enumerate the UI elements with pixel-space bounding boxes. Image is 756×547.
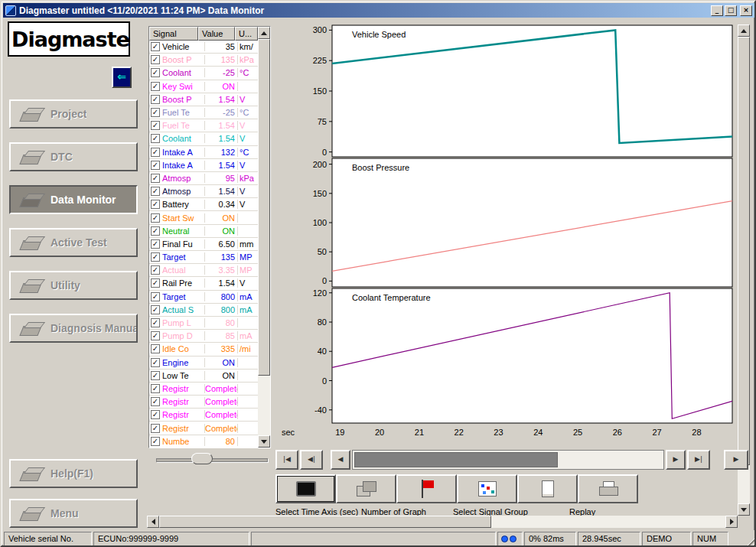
signal-checkbox[interactable]: ✓	[151, 148, 160, 157]
table-scroll-thumb[interactable]	[258, 39, 270, 376]
signal-checkbox[interactable]: ✓	[151, 384, 160, 393]
sidebar-item-utility[interactable]: Utility	[9, 271, 138, 300]
table-row[interactable]: ✓Numbe80	[149, 435, 258, 448]
table-row[interactable]: ✓Final Fu6.50mm	[149, 238, 258, 251]
signal-checkbox[interactable]: ✓	[151, 121, 160, 130]
signal-checkbox[interactable]: ✓	[151, 200, 160, 209]
table-row[interactable]: ✓Fuel Te-25°C	[149, 106, 258, 119]
signal-checkbox[interactable]: ✓	[151, 437, 160, 446]
table-row[interactable]: ✓Coolant1.54V	[149, 132, 258, 145]
go-end-button[interactable]: ▶	[724, 450, 748, 470]
graph-count-button[interactable]	[336, 474, 396, 503]
sidebar-item-dtc[interactable]: DTC	[9, 142, 138, 171]
play-forward-button[interactable]: ▶	[666, 450, 686, 470]
playback-scroll-thumb[interactable]	[354, 452, 558, 467]
table-row[interactable]: ✓Boost P1.54V	[149, 93, 258, 106]
table-row[interactable]: ✓Intake A1.54V	[149, 159, 258, 172]
sidebar-item-active-test[interactable]: Active Test	[9, 228, 138, 257]
time-axis-button[interactable]	[275, 474, 336, 503]
signal-checkbox[interactable]: ✓	[151, 226, 160, 236]
scroll-left-icon[interactable]	[147, 516, 159, 528]
minimize-button[interactable]: _	[711, 5, 723, 16]
sidebar-item-data-monitor[interactable]: Data Monitor	[9, 185, 138, 214]
sidebar-item-help-f1[interactable]: Help(F1)	[9, 459, 138, 488]
back-button[interactable]: ⇐	[112, 67, 132, 88]
signal-checkbox[interactable]: ✓	[151, 358, 160, 367]
signal-checkbox[interactable]: ✓	[151, 239, 160, 249]
table-row[interactable]: ✓Low TeON	[149, 370, 258, 383]
playback-scrollbar[interactable]	[352, 450, 664, 470]
table-row[interactable]: ✓Target135MP	[149, 251, 258, 264]
signal-checkbox[interactable]: ✓	[151, 344, 160, 353]
chart-scrollbar[interactable]	[738, 24, 750, 516]
resize-grip[interactable]	[745, 536, 755, 546]
sidebar-item-project[interactable]: Project	[9, 99, 138, 129]
table-row[interactable]: ✓Atmosp95kPa	[149, 172, 258, 185]
sidebar-item-menu[interactable]: Menu	[9, 499, 138, 528]
signal-checkbox[interactable]: ✓	[151, 174, 160, 183]
table-row[interactable]: ✓RegistrComplete	[149, 409, 258, 422]
column-header-value[interactable]: Value	[198, 27, 235, 41]
table-row[interactable]: ✓Coolant-25°C	[149, 67, 258, 80]
table-row[interactable]: ✓Actual3.35MP	[149, 264, 258, 277]
table-row[interactable]: ✓Battery0.34V	[149, 198, 258, 211]
signal-checkbox[interactable]: ✓	[151, 161, 160, 170]
table-row[interactable]: ✓Target800mA	[149, 291, 258, 304]
table-row[interactable]: ✓Atmosp1.54V	[149, 185, 258, 198]
signal-checkbox[interactable]: ✓	[151, 397, 160, 406]
signal-checkbox[interactable]: ✓	[151, 68, 160, 77]
column-header-signal[interactable]: Signal	[149, 27, 198, 41]
table-row[interactable]: ✓Start SwON	[149, 211, 258, 224]
signal-checkbox[interactable]: ✓	[151, 82, 160, 91]
signal-checkbox[interactable]: ✓	[151, 371, 160, 380]
signal-group-button[interactable]	[457, 474, 517, 503]
scroll-down-icon[interactable]	[258, 435, 270, 448]
table-row[interactable]: ✓Pump D85mA	[149, 330, 258, 343]
signal-checkbox[interactable]: ✓	[151, 108, 160, 117]
horizontal-scrollbar[interactable]	[147, 516, 738, 528]
go-start-button[interactable]: |◀	[275, 450, 298, 470]
signal-checkbox[interactable]: ✓	[151, 424, 160, 433]
table-row[interactable]: ✓Intake A132°C	[149, 146, 258, 159]
signal-checkbox[interactable]: ✓	[151, 292, 160, 301]
signal-checkbox[interactable]: ✓	[151, 134, 160, 143]
scroll-down-icon[interactable]	[738, 503, 750, 516]
table-row[interactable]: ✓RegistrComplete	[149, 422, 258, 435]
title-bar[interactable]: Diagmaster untitled <11/20/2021 11:24 PM…	[3, 3, 754, 18]
table-row[interactable]: ✓RegistrComplete	[149, 396, 258, 409]
signal-checkbox[interactable]: ✓	[151, 213, 160, 223]
close-button[interactable]: ×	[740, 5, 752, 16]
time-slider-handle[interactable]	[191, 453, 213, 464]
signal-checkbox[interactable]: ✓	[151, 187, 160, 196]
play-back-button[interactable]: ◀	[331, 450, 350, 470]
scroll-up-icon[interactable]	[738, 24, 750, 37]
signal-flag-button[interactable]	[396, 474, 457, 503]
table-row[interactable]: ✓Idle Co335/mi	[149, 343, 258, 356]
column-header-unit[interactable]: U...	[235, 27, 258, 41]
horizontal-scroll-thumb[interactable]	[159, 516, 491, 528]
signal-checkbox[interactable]: ✓	[151, 55, 160, 64]
print-button[interactable]	[578, 474, 638, 503]
table-row[interactable]: ✓Rail Pre1.54V	[149, 277, 258, 290]
table-scrollbar[interactable]	[258, 27, 270, 448]
table-row[interactable]: ✓EngineON	[149, 357, 258, 370]
signal-checkbox[interactable]: ✓	[151, 95, 160, 104]
chart-scroll-thumb[interactable]	[738, 37, 750, 465]
sidebar-item-diagnosis-manual[interactable]: Diagnosis Manual	[9, 314, 138, 343]
scroll-right-icon[interactable]	[725, 516, 738, 528]
table-row[interactable]: ✓Key SwiON	[149, 80, 258, 93]
signal-checkbox[interactable]: ✓	[151, 410, 160, 419]
signal-checkbox[interactable]: ✓	[151, 278, 160, 288]
table-row[interactable]: ✓Actual S800mA	[149, 304, 258, 317]
replay-button[interactable]	[517, 474, 578, 503]
signal-checkbox[interactable]: ✓	[151, 252, 160, 262]
table-row[interactable]: ✓RegistrComplete	[149, 383, 258, 396]
step-back-button[interactable]: ◀|	[300, 450, 323, 470]
maximize-button[interactable]: □	[725, 5, 737, 16]
table-row[interactable]: ✓NeutralON	[149, 225, 258, 238]
signal-checkbox[interactable]: ✓	[151, 305, 160, 314]
scroll-up-icon[interactable]	[258, 27, 270, 39]
table-row[interactable]: ✓Pump L80	[149, 317, 258, 330]
signal-checkbox[interactable]: ✓	[151, 331, 160, 340]
signal-checkbox[interactable]: ✓	[151, 318, 160, 327]
